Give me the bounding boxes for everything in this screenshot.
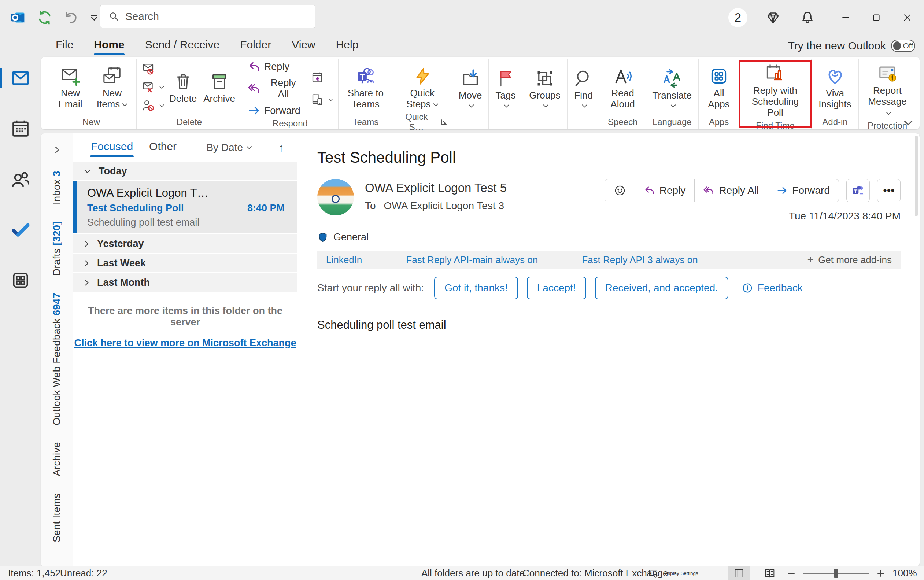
ribbon-group-respond: Reply Reply All Forward bbox=[242, 59, 339, 129]
groups-button[interactable]: Groups bbox=[526, 64, 563, 110]
ignore-button[interactable] bbox=[140, 61, 166, 76]
scrollbar-thumb[interactable] bbox=[915, 135, 918, 216]
reply-with-meeting-button[interactable] bbox=[309, 70, 334, 85]
translate-button[interactable]: Translate bbox=[650, 64, 695, 110]
zoom-in-button[interactable] bbox=[876, 567, 885, 580]
tab-home[interactable]: Home bbox=[93, 37, 125, 54]
sender-avatar[interactable] bbox=[317, 179, 354, 216]
zoom-slider[interactable] bbox=[803, 567, 869, 580]
reactions-button[interactable] bbox=[605, 179, 635, 202]
expand-folder-pane-button[interactable] bbox=[53, 146, 61, 154]
reply-with-scheduling-poll-button[interactable]: Reply with Scheduling Poll bbox=[743, 60, 807, 120]
suggested-reply-1[interactable]: Got it, thanks! bbox=[434, 277, 518, 299]
zoom-level[interactable]: 100% bbox=[893, 567, 917, 580]
nav-more-apps[interactable] bbox=[9, 269, 32, 292]
nav-todo[interactable] bbox=[9, 218, 32, 241]
reply-with-im-button[interactable] bbox=[309, 92, 334, 107]
tab-folder[interactable]: Folder bbox=[239, 37, 272, 54]
notifications-bell-icon[interactable] bbox=[797, 7, 818, 28]
forward-button[interactable]: Forward bbox=[246, 104, 305, 118]
close-button[interactable] bbox=[893, 4, 921, 31]
block-sender-button[interactable] bbox=[140, 98, 166, 113]
addin-linkedin[interactable]: LinkedIn bbox=[326, 254, 362, 265]
tags-button[interactable]: Tags bbox=[492, 64, 519, 110]
report-message-button[interactable]: Report Message bbox=[863, 60, 912, 120]
dialog-launcher-icon[interactable] bbox=[440, 118, 448, 126]
zoom-slider-handle[interactable] bbox=[834, 568, 838, 578]
all-apps-button[interactable]: All Apps bbox=[702, 62, 735, 112]
forward-action-button[interactable]: Forward bbox=[768, 179, 838, 202]
reading-mode-button[interactable] bbox=[759, 567, 781, 580]
tab-file[interactable]: File bbox=[55, 37, 74, 54]
zoom-out-button[interactable] bbox=[787, 567, 796, 580]
quick-access-toolbar bbox=[0, 9, 99, 26]
tab-other[interactable]: Other bbox=[149, 138, 176, 157]
message-list-item[interactable]: OWA Explicit Logon T… Test Scheduling Po… bbox=[73, 181, 297, 233]
nav-mail[interactable] bbox=[9, 66, 32, 90]
reply-action-button[interactable]: Reply bbox=[635, 179, 695, 202]
account-badge[interactable]: 2 bbox=[728, 8, 748, 27]
junk-email-button[interactable] bbox=[140, 80, 166, 94]
minimize-button[interactable] bbox=[832, 4, 860, 31]
customize-quick-access-button[interactable] bbox=[89, 13, 99, 22]
search-bar[interactable] bbox=[100, 5, 315, 28]
collapse-ribbon-button[interactable] bbox=[904, 120, 913, 126]
folder-sent-items[interactable]: Sent Items bbox=[51, 493, 63, 542]
folder-archive[interactable]: Archive bbox=[51, 442, 63, 476]
display-settings-button[interactable]: Display Settings bbox=[648, 567, 698, 580]
sort-by-dropdown[interactable]: By Date bbox=[206, 142, 252, 153]
tab-view[interactable]: View bbox=[291, 37, 316, 54]
reply-button[interactable]: Reply bbox=[246, 60, 305, 74]
group-header-today[interactable]: Today bbox=[73, 162, 297, 180]
tab-focused[interactable]: Focused bbox=[91, 138, 133, 157]
suggested-reply-2[interactable]: I accept! bbox=[527, 277, 586, 299]
view-more-exchange-link[interactable]: Click here to view more on Microsoft Exc… bbox=[73, 338, 297, 349]
reading-view-button[interactable] bbox=[728, 567, 749, 580]
suggested-reply-3[interactable]: Received, and accepted. bbox=[595, 277, 728, 299]
tab-send-receive[interactable]: Send / Receive bbox=[144, 37, 220, 54]
zoom-slider-track[interactable] bbox=[803, 573, 869, 574]
find-button[interactable]: Find bbox=[571, 64, 596, 110]
recipient-name[interactable]: OWA Explicit Logon Test 3 bbox=[384, 200, 504, 212]
search-icon bbox=[109, 11, 119, 22]
folder-inbox[interactable]: Inbox 3 bbox=[51, 171, 63, 204]
maximize-button[interactable] bbox=[863, 4, 890, 31]
new-outlook-toggle[interactable]: Off bbox=[891, 40, 915, 52]
quick-steps-button[interactable]: Quick Steps bbox=[400, 62, 445, 112]
nav-calendar[interactable] bbox=[9, 117, 32, 140]
undo-button[interactable] bbox=[63, 10, 79, 26]
new-items-button[interactable]: New Items bbox=[92, 62, 133, 112]
feedback-link[interactable]: Feedback bbox=[741, 282, 803, 294]
group-header-last-week[interactable]: Last Week bbox=[73, 254, 297, 272]
addin-fast-reply-3[interactable]: Fast Reply API 3 always on bbox=[582, 254, 698, 265]
folder-outlook-web-feedback[interactable]: Outlook Web Feedback 6947 bbox=[51, 293, 63, 425]
app-rail bbox=[0, 57, 41, 566]
reply-all-button[interactable]: Reply All bbox=[246, 77, 305, 101]
reading-pane-scrollbar[interactable] bbox=[915, 135, 919, 564]
share-to-teams-action-button[interactable] bbox=[846, 179, 870, 202]
chevron-right-icon bbox=[84, 280, 89, 286]
archive-button[interactable]: Archive bbox=[200, 68, 238, 107]
chevron-down-icon bbox=[160, 104, 164, 107]
addin-fast-reply-main[interactable]: Fast Reply API-main always on bbox=[406, 254, 538, 265]
group-header-yesterday[interactable]: Yesterday bbox=[73, 234, 297, 253]
premium-diamond-icon[interactable] bbox=[763, 7, 783, 28]
move-button[interactable]: Move bbox=[456, 64, 485, 110]
send-receive-sync-button[interactable] bbox=[37, 10, 53, 26]
share-to-teams-button[interactable]: Share to Teams bbox=[342, 62, 389, 112]
viva-insights-button[interactable]: Viva Insights bbox=[815, 62, 855, 112]
delete-button[interactable]: Delete bbox=[166, 68, 200, 107]
nav-people[interactable] bbox=[9, 168, 32, 191]
message-list: Focused Other By Date ↑ Today OWA Explic… bbox=[73, 133, 298, 567]
new-email-button[interactable]: New Email bbox=[50, 62, 91, 112]
more-actions-button[interactable]: ••• bbox=[877, 179, 901, 202]
read-aloud-button[interactable]: Read Aloud bbox=[604, 62, 642, 112]
group-header-last-month[interactable]: Last Month bbox=[73, 274, 297, 292]
get-more-addins-button[interactable]: + Get more add-ins bbox=[807, 254, 892, 266]
tab-help[interactable]: Help bbox=[335, 37, 359, 54]
sender-name[interactable]: OWA Explicit Logon Test 5 bbox=[365, 181, 507, 195]
reply-all-action-button[interactable]: Reply All bbox=[695, 179, 768, 202]
search-input[interactable] bbox=[125, 11, 307, 23]
sort-direction-button[interactable]: ↑ bbox=[278, 142, 284, 154]
folder-drafts[interactable]: Drafts [320] bbox=[51, 221, 63, 276]
